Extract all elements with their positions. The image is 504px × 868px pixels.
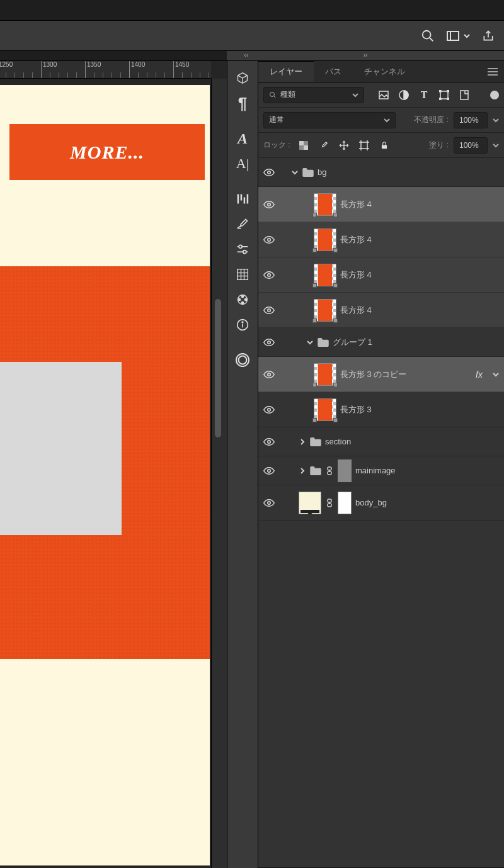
layer-row[interactable]: body_bg — [258, 485, 504, 521]
tab-layers[interactable]: レイヤー — [258, 61, 314, 82]
link-icon[interactable] — [325, 466, 334, 475]
chevron-down-icon[interactable] — [291, 169, 299, 176]
character-icon[interactable]: A — [230, 127, 255, 150]
svg-point-16 — [243, 251, 246, 254]
ruler-tick: 1400 — [129, 61, 145, 78]
layer-row[interactable]: 長方形 4 — [258, 293, 504, 328]
brushes-icon[interactable] — [230, 212, 255, 236]
filter-smart-icon[interactable] — [459, 89, 470, 101]
layer-row[interactable]: 長方形 3 — [258, 392, 504, 427]
chevron-down-icon[interactable] — [306, 339, 314, 346]
paragraph-icon[interactable]: ¶ — [230, 91, 255, 115]
lock-transparent-icon[interactable] — [298, 140, 309, 151]
layer-thumb — [314, 264, 336, 286]
visibility-icon[interactable] — [258, 236, 280, 244]
collapsed-panel-strip: ¶ A A| — [227, 61, 258, 868]
layer-group-row[interactable]: グループ 1 — [258, 328, 504, 357]
visibility-icon[interactable] — [258, 271, 280, 279]
svg-line-7 — [243, 76, 248, 78]
svg-point-26 — [238, 298, 240, 300]
mask-thumb — [338, 459, 352, 482]
ruler-tick: 1300 — [41, 61, 57, 78]
layer-group-row[interactable]: bg — [258, 158, 504, 187]
search-icon[interactable] — [421, 29, 435, 43]
svg-point-63 — [268, 341, 271, 344]
layer-group-row[interactable]: section — [258, 427, 504, 456]
layer-name: body_bg — [355, 498, 387, 507]
chevron-down-icon[interactable] — [493, 371, 499, 378]
layer-row[interactable]: 長方形 4 — [258, 187, 504, 222]
3d-icon[interactable] — [230, 66, 255, 90]
visibility-icon[interactable] — [258, 307, 280, 314]
layer-group-row[interactable]: mainimage — [258, 456, 504, 485]
layer-filter-kind[interactable]: 種類 — [263, 87, 364, 103]
visibility-icon[interactable] — [258, 438, 280, 446]
filter-pixel-icon[interactable] — [378, 89, 389, 101]
document-canvas[interactable]: MORE... — [0, 85, 210, 865]
workspace-dropdown-icon[interactable] — [464, 33, 470, 39]
opacity-label: 不透明度 : — [414, 115, 449, 125]
swatches-icon[interactable] — [230, 288, 255, 312]
layer-row[interactable]: 長方形 4 — [258, 222, 504, 257]
layer-name: グループ 1 — [333, 337, 372, 348]
lock-artboard-icon[interactable] — [358, 140, 370, 151]
visibility-icon[interactable] — [258, 371, 280, 378]
layer-row[interactable]: 長方形 4 — [258, 257, 504, 293]
filter-shape-icon[interactable] — [438, 89, 450, 101]
tab-paths[interactable]: パス — [314, 61, 353, 82]
glyphs-icon[interactable]: A| — [230, 152, 255, 176]
visibility-icon[interactable] — [258, 467, 280, 475]
filter-adjust-icon[interactable] — [398, 89, 410, 101]
fill-dropdown-icon[interactable] — [493, 142, 499, 149]
workspace-icon[interactable] — [446, 29, 460, 43]
lock-move-icon[interactable] — [338, 140, 350, 151]
info-icon[interactable] — [230, 313, 255, 337]
filter-kind-label: 種類 — [280, 89, 295, 100]
grid-icon[interactable] — [230, 262, 255, 286]
blend-mode-select[interactable]: 通常 — [263, 112, 396, 128]
canvas-viewport[interactable]: MORE... — [0, 79, 211, 868]
chevron-right-icon[interactable] — [299, 439, 306, 445]
blend-mode-value: 通常 — [269, 115, 284, 125]
libraries-icon[interactable] — [230, 348, 255, 372]
fill-value: 100% — [459, 141, 479, 150]
svg-point-64 — [268, 373, 271, 376]
visibility-icon[interactable] — [258, 339, 280, 346]
opacity-dropdown-icon[interactable] — [493, 117, 499, 123]
layer-name: section — [325, 437, 351, 446]
svg-rect-11 — [244, 198, 246, 204]
tab-channels[interactable]: チャンネル — [353, 61, 416, 82]
opacity-input[interactable]: 100% — [454, 112, 488, 128]
svg-point-62 — [268, 308, 271, 312]
panel-collapse-left[interactable]: ‹‹ — [0, 51, 252, 61]
panel-menu-icon[interactable] — [481, 68, 504, 76]
more-button-art: MORE... — [9, 124, 205, 180]
fill-input[interactable]: 100% — [454, 137, 488, 154]
visibility-icon[interactable] — [258, 406, 280, 414]
scrollbar-thumb[interactable] — [215, 299, 221, 437]
share-icon[interactable] — [481, 29, 495, 43]
panel-collapse-right[interactable]: ›› — [227, 51, 504, 61]
horizontal-ruler[interactable]: 1250 1300 1350 1400 1450 — [0, 61, 211, 79]
filter-type-icon[interactable]: T — [418, 89, 430, 101]
layers-list[interactable]: bg 長方形 4 長方形 4 長方形 4 — [258, 158, 504, 868]
layer-thumb — [314, 363, 336, 386]
lock-paint-icon[interactable] — [318, 140, 329, 151]
canvas-scrollbar[interactable] — [211, 79, 227, 868]
lock-all-icon[interactable] — [379, 140, 390, 151]
visibility-icon[interactable] — [258, 499, 280, 507]
link-icon[interactable] — [325, 499, 334, 507]
visibility-icon[interactable] — [258, 169, 280, 176]
svg-rect-39 — [440, 91, 448, 99]
layer-name: 長方形 3 — [340, 404, 372, 415]
adjustments-icon[interactable] — [230, 237, 255, 261]
filter-toggle-icon[interactable] — [490, 91, 499, 99]
layer-row[interactable]: 長方形 3 のコピー fx — [258, 357, 504, 392]
svg-point-71 — [268, 501, 271, 504]
properties-icon[interactable] — [230, 187, 255, 211]
chevron-right-icon[interactable] — [299, 468, 306, 474]
visibility-icon[interactable] — [258, 201, 280, 208]
svg-rect-10 — [241, 194, 243, 201]
svg-point-66 — [268, 440, 271, 443]
svg-rect-41 — [447, 90, 449, 92]
